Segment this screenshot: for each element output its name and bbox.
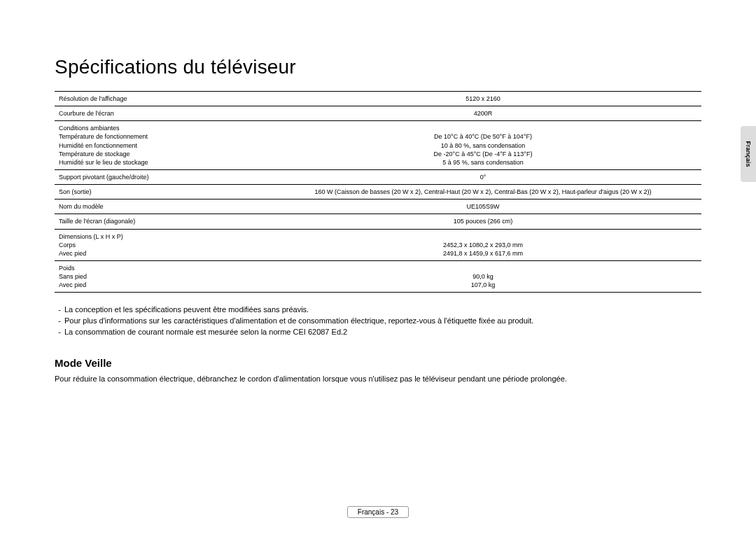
note-item: -Pour plus d'informations sur les caract…	[55, 316, 701, 325]
note-text: La conception et les spécifications peuv…	[64, 305, 309, 314]
spec-label: Son (sortie)	[55, 185, 265, 200]
bullet-dash-icon: -	[55, 316, 64, 325]
notes-list: -La conception et les spécifications peu…	[55, 305, 701, 336]
spec-label: Courbure de l'écran	[55, 106, 265, 121]
note-item: -La conception et les spécifications peu…	[55, 305, 701, 314]
page-title: Spécifications du téléviseur	[55, 56, 701, 78]
language-tab: Français	[741, 126, 756, 182]
spec-value: De 10°C à 40°C (De 50°F à 104°F)10 à 80 …	[265, 121, 701, 170]
spec-label: Support pivotant (gauche/droite)	[55, 169, 265, 184]
specifications-tbody: Résolution de l'affichage5120 x 2160Cour…	[55, 92, 701, 293]
spec-value: 0°	[265, 169, 701, 184]
footer-badge: Français - 23	[347, 506, 409, 518]
bullet-dash-icon: -	[55, 305, 64, 314]
specifications-table: Résolution de l'affichage5120 x 2160Cour…	[55, 91, 701, 293]
table-row: PoidsSans piedAvec pied 90,0 kg107,0 kg	[55, 260, 701, 292]
spec-value: 4200R	[265, 106, 701, 121]
spec-value: 5120 x 2160	[265, 92, 701, 106]
spec-value: UE105S9W	[265, 200, 701, 214]
bullet-dash-icon: -	[55, 328, 64, 336]
note-text: Pour plus d'informations sur les caracté…	[64, 316, 533, 325]
standby-heading: Mode Veille	[55, 357, 701, 369]
spec-value: 90,0 kg107,0 kg	[265, 260, 701, 292]
footer-sep: -	[384, 508, 391, 516]
language-tab-label: Français	[745, 141, 752, 167]
table-row: Taille de l'écran (diagonale)105 pouces …	[55, 214, 701, 229]
table-row: Conditions ambiantesTempérature de fonct…	[55, 121, 701, 170]
footer-page-number: 23	[391, 508, 398, 516]
spec-label: PoidsSans piedAvec pied	[55, 260, 265, 292]
spec-label: Nom du modèle	[55, 200, 265, 214]
spec-value: 105 pouces (266 cm)	[265, 214, 701, 229]
footer-language: Français	[358, 508, 384, 516]
table-row: Courbure de l'écran4200R	[55, 106, 701, 121]
page-footer: Français - 23	[0, 506, 756, 518]
note-item: -La consommation de courant normale est …	[55, 328, 701, 336]
note-text: La consommation de courant normale est m…	[64, 328, 347, 336]
table-row: Nom du modèleUE105S9W	[55, 200, 701, 214]
standby-body: Pour réduire la consommation électrique,…	[55, 374, 701, 383]
table-row: Résolution de l'affichage5120 x 2160	[55, 92, 701, 106]
table-row: Dimensions (L x H x P)CorpsAvec pied 245…	[55, 229, 701, 260]
spec-label: Résolution de l'affichage	[55, 92, 265, 106]
page: Français Spécifications du téléviseur Ré…	[0, 0, 756, 546]
spec-label: Dimensions (L x H x P)CorpsAvec pied	[55, 229, 265, 260]
spec-label: Taille de l'écran (diagonale)	[55, 214, 265, 229]
table-row: Support pivotant (gauche/droite)0°	[55, 169, 701, 184]
table-row: Son (sortie)160 W (Caisson de basses (20…	[55, 185, 701, 200]
spec-label: Conditions ambiantesTempérature de fonct…	[55, 121, 265, 170]
spec-value: 160 W (Caisson de basses (20 W x 2), Cen…	[265, 185, 701, 200]
spec-value: 2452,3 x 1080,2 x 293,0 mm2491,8 x 1459,…	[265, 229, 701, 260]
